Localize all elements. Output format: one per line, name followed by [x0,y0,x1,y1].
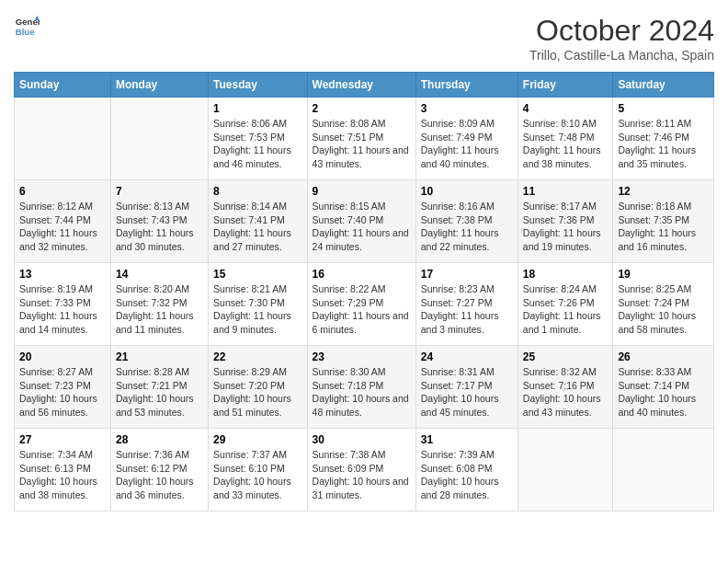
day-info: Sunrise: 8:18 AM Sunset: 7:35 PM Dayligh… [618,200,709,254]
calendar-cell: 4Sunrise: 8:10 AM Sunset: 7:48 PM Daylig… [518,98,613,180]
day-of-week-header: Wednesday [307,73,415,98]
day-info: Sunrise: 8:08 AM Sunset: 7:51 PM Dayligh… [313,117,411,171]
page-header: General Blue October 2024 Trillo, Castil… [14,14,714,63]
calendar-cell: 7Sunrise: 8:13 AM Sunset: 7:43 PM Daylig… [110,180,208,263]
day-number: 21 [116,350,203,363]
day-of-week-header: Monday [110,73,208,98]
svg-text:Blue: Blue [16,27,35,37]
day-number: 3 [421,102,513,115]
day-number: 14 [116,268,203,281]
day-info: Sunrise: 8:10 AM Sunset: 7:48 PM Dayligh… [523,117,609,171]
calendar-cell: 31Sunrise: 7:39 AM Sunset: 6:08 PM Dayli… [415,429,518,511]
day-info: Sunrise: 8:21 AM Sunset: 7:30 PM Dayligh… [213,282,302,337]
day-number: 6 [19,185,106,198]
calendar-cell: 2Sunrise: 8:08 AM Sunset: 7:51 PM Daylig… [307,98,415,180]
day-of-week-header: Saturday [613,73,714,98]
day-number: 11 [523,185,609,198]
day-info: Sunrise: 8:30 AM Sunset: 7:18 PM Dayligh… [313,365,411,419]
calendar-cell: 9Sunrise: 8:15 AM Sunset: 7:40 PM Daylig… [307,180,415,263]
day-info: Sunrise: 8:23 AM Sunset: 7:27 PM Dayligh… [421,282,513,337]
calendar-cell: 26Sunrise: 8:33 AM Sunset: 7:14 PM Dayli… [613,346,714,429]
calendar-cell: 21Sunrise: 8:28 AM Sunset: 7:21 PM Dayli… [110,346,208,429]
day-info: Sunrise: 8:31 AM Sunset: 7:17 PM Dayligh… [421,365,513,419]
day-number: 28 [116,433,203,446]
day-number: 17 [421,268,513,281]
calendar-week-row: 20Sunrise: 8:27 AM Sunset: 7:23 PM Dayli… [15,346,714,429]
calendar-cell: 6Sunrise: 8:12 AM Sunset: 7:44 PM Daylig… [15,180,111,263]
day-number: 12 [618,185,709,198]
day-info: Sunrise: 8:28 AM Sunset: 7:21 PM Dayligh… [116,365,203,419]
day-number: 20 [19,350,106,363]
day-number: 24 [421,350,513,363]
day-number: 30 [313,433,411,446]
day-number: 5 [618,102,709,115]
day-info: Sunrise: 8:19 AM Sunset: 7:33 PM Dayligh… [19,282,106,337]
day-info: Sunrise: 7:39 AM Sunset: 6:08 PM Dayligh… [421,448,513,502]
day-info: Sunrise: 8:13 AM Sunset: 7:43 PM Dayligh… [116,200,203,254]
month-title: October 2024 [529,14,714,48]
day-info: Sunrise: 7:37 AM Sunset: 6:10 PM Dayligh… [213,448,302,502]
calendar-cell: 11Sunrise: 8:17 AM Sunset: 7:36 PM Dayli… [518,180,613,263]
day-info: Sunrise: 8:27 AM Sunset: 7:23 PM Dayligh… [19,365,106,419]
day-info: Sunrise: 8:32 AM Sunset: 7:16 PM Dayligh… [523,365,609,419]
calendar-cell: 12Sunrise: 8:18 AM Sunset: 7:35 PM Dayli… [613,180,714,263]
calendar-cell: 8Sunrise: 8:14 AM Sunset: 7:41 PM Daylig… [209,180,308,263]
location: Trillo, Castille-La Mancha, Spain [529,48,714,63]
calendar-cell: 30Sunrise: 7:38 AM Sunset: 6:09 PM Dayli… [307,429,415,511]
day-info: Sunrise: 8:16 AM Sunset: 7:38 PM Dayligh… [421,200,513,254]
calendar-cell: 1Sunrise: 8:06 AM Sunset: 7:53 PM Daylig… [209,98,308,180]
day-number: 27 [19,433,106,446]
day-info: Sunrise: 8:17 AM Sunset: 7:36 PM Dayligh… [523,200,609,254]
day-number: 4 [523,102,609,115]
day-info: Sunrise: 8:33 AM Sunset: 7:14 PM Dayligh… [618,365,709,419]
logo-icon: General Blue [14,14,40,40]
day-number: 18 [523,268,609,281]
day-number: 10 [421,185,513,198]
calendar-cell: 27Sunrise: 7:34 AM Sunset: 6:13 PM Dayli… [15,429,111,511]
day-info: Sunrise: 8:24 AM Sunset: 7:26 PM Dayligh… [523,282,609,337]
day-number: 23 [313,350,411,363]
calendar-week-row: 6Sunrise: 8:12 AM Sunset: 7:44 PM Daylig… [15,180,714,263]
calendar-cell: 18Sunrise: 8:24 AM Sunset: 7:26 PM Dayli… [518,263,613,346]
day-number: 31 [421,433,513,446]
calendar-cell: 10Sunrise: 8:16 AM Sunset: 7:38 PM Dayli… [415,180,518,263]
calendar-cell: 14Sunrise: 8:20 AM Sunset: 7:32 PM Dayli… [110,263,208,346]
calendar-week-row: 27Sunrise: 7:34 AM Sunset: 6:13 PM Dayli… [15,429,714,511]
day-number: 7 [116,185,203,198]
day-info: Sunrise: 8:06 AM Sunset: 7:53 PM Dayligh… [213,117,302,171]
day-of-week-header: Sunday [15,73,111,98]
day-number: 13 [19,268,106,281]
day-number: 1 [213,102,302,115]
calendar-cell: 23Sunrise: 8:30 AM Sunset: 7:18 PM Dayli… [307,346,415,429]
day-info: Sunrise: 7:34 AM Sunset: 6:13 PM Dayligh… [19,448,106,502]
day-number: 19 [618,268,709,281]
day-info: Sunrise: 8:25 AM Sunset: 7:24 PM Dayligh… [618,282,709,337]
day-info: Sunrise: 8:14 AM Sunset: 7:41 PM Dayligh… [213,200,302,254]
calendar-cell: 17Sunrise: 8:23 AM Sunset: 7:27 PM Dayli… [415,263,518,346]
day-number: 9 [313,185,411,198]
calendar-cell: 19Sunrise: 8:25 AM Sunset: 7:24 PM Dayli… [613,263,714,346]
day-info: Sunrise: 7:36 AM Sunset: 6:12 PM Dayligh… [116,448,203,502]
day-of-week-header: Friday [518,73,613,98]
day-number: 15 [213,268,302,281]
logo: General Blue [14,14,40,40]
calendar-cell [518,429,613,511]
day-number: 2 [313,102,411,115]
calendar-table: SundayMondayTuesdayWednesdayThursdayFrid… [14,72,714,511]
calendar-week-row: 13Sunrise: 8:19 AM Sunset: 7:33 PM Dayli… [15,263,714,346]
day-of-week-header: Thursday [415,73,518,98]
calendar-cell: 22Sunrise: 8:29 AM Sunset: 7:20 PM Dayli… [209,346,308,429]
day-of-week-header: Tuesday [209,73,308,98]
calendar-header-row: SundayMondayTuesdayWednesdayThursdayFrid… [15,73,714,98]
day-number: 25 [523,350,609,363]
day-number: 16 [313,268,411,281]
calendar-cell: 3Sunrise: 8:09 AM Sunset: 7:49 PM Daylig… [415,98,518,180]
calendar-cell [110,98,208,180]
calendar-cell: 28Sunrise: 7:36 AM Sunset: 6:12 PM Dayli… [110,429,208,511]
calendar-cell [15,98,111,180]
day-info: Sunrise: 8:12 AM Sunset: 7:44 PM Dayligh… [19,200,106,254]
calendar-cell: 16Sunrise: 8:22 AM Sunset: 7:29 PM Dayli… [307,263,415,346]
day-number: 22 [213,350,302,363]
calendar-cell: 5Sunrise: 8:11 AM Sunset: 7:46 PM Daylig… [613,98,714,180]
day-info: Sunrise: 8:20 AM Sunset: 7:32 PM Dayligh… [116,282,203,337]
